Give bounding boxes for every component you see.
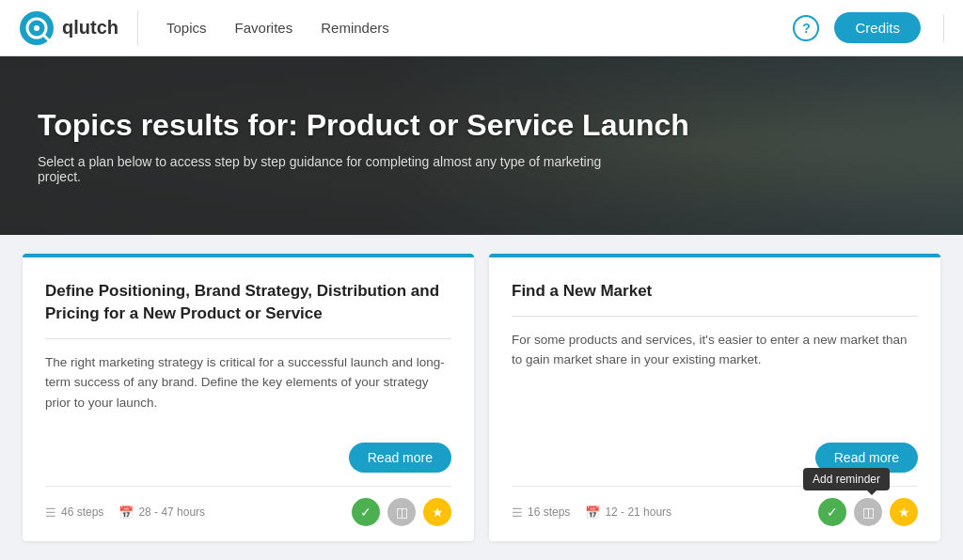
nav-favorites[interactable]: Favorites — [235, 20, 293, 36]
card-1-bookmark-button[interactable]: ◫ — [387, 498, 416, 526]
card-2-divider — [512, 316, 918, 317]
card-2-star-button[interactable]: ★ — [890, 498, 918, 526]
card-2-status-button[interactable]: ✓ — [818, 498, 846, 526]
card-2-steps: ☰ 16 steps — [512, 506, 570, 520]
credits-button[interactable]: Credits — [834, 12, 921, 43]
steps-icon-2: ☰ — [512, 506, 523, 520]
card-2-reminder-container: Add reminder ◫ — [854, 498, 882, 526]
card-1-meta: ☰ 46 steps 📅 28 - 47 hours — [45, 506, 205, 520]
help-icon[interactable]: ? — [793, 15, 819, 41]
card-2-bookmark-button[interactable]: ◫ — [854, 498, 882, 526]
logo-icon — [19, 10, 55, 46]
logo-text: qlutch — [62, 17, 118, 39]
nav-topics[interactable]: Topics — [166, 20, 207, 36]
svg-point-2 — [34, 25, 39, 31]
nav: Topics Favorites Reminders — [166, 20, 793, 36]
steps-icon: ☰ — [45, 506, 56, 520]
card-2-meta: ☰ 16 steps 📅 12 - 21 hours — [512, 506, 671, 520]
card-1-status-button[interactable]: ✓ — [352, 498, 380, 526]
card-2: Find a New Market For some products and … — [489, 254, 940, 541]
hero-title: Topics results for: Product or Service L… — [38, 108, 689, 143]
card-1-hours: 📅 28 - 47 hours — [118, 506, 205, 520]
card-1-steps-value: 46 steps — [61, 506, 103, 519]
card-1-footer: ☰ 46 steps 📅 28 - 47 hours ✓ ◫ ★ — [45, 486, 451, 526]
card-1-read-more-row: Read more — [45, 443, 451, 473]
header-right: ? Credits — [793, 12, 944, 43]
clock-icon: 📅 — [118, 506, 134, 520]
logo-area: qlutch — [19, 10, 138, 46]
card-1-title: Define Positioning, Brand Strategy, Dist… — [45, 280, 451, 325]
card-1-read-more-button[interactable]: Read more — [349, 443, 451, 473]
card-1-divider — [45, 338, 451, 339]
card-2-title: Find a New Market — [512, 280, 918, 303]
clock-icon-2: 📅 — [585, 506, 600, 520]
card-2-hours-value: 12 - 21 hours — [605, 506, 671, 519]
add-reminder-tooltip: Add reminder — [803, 468, 890, 490]
header: qlutch Topics Favorites Reminders ? Cred… — [0, 0, 963, 56]
card-1-star-button[interactable]: ★ — [423, 498, 451, 526]
nav-reminders[interactable]: Reminders — [321, 20, 389, 36]
cards-area: Define Positioning, Brand Strategy, Dist… — [0, 235, 963, 560]
card-1-steps: ☰ 46 steps — [45, 506, 103, 520]
card-2-footer: ☰ 16 steps 📅 12 - 21 hours ✓ Add reminde… — [512, 486, 918, 526]
hero-subtitle: Select a plan below to access step by st… — [38, 154, 602, 184]
card-1-hours-value: 28 - 47 hours — [138, 506, 205, 519]
card-1-description: The right marketing strategy is critical… — [45, 352, 451, 433]
card-1-actions: ✓ ◫ ★ — [352, 498, 451, 526]
card-2-actions: ✓ Add reminder ◫ ★ — [818, 498, 918, 526]
hero-content: Topics results for: Product or Service L… — [0, 80, 727, 212]
card-2-hours: 📅 12 - 21 hours — [585, 506, 671, 520]
hero-banner: Topics results for: Product or Service L… — [0, 56, 963, 235]
card-1: Define Positioning, Brand Strategy, Dist… — [23, 254, 474, 541]
card-2-steps-value: 16 steps — [528, 506, 570, 519]
header-divider — [943, 14, 944, 42]
card-2-description: For some products and services, it's eas… — [512, 330, 918, 433]
